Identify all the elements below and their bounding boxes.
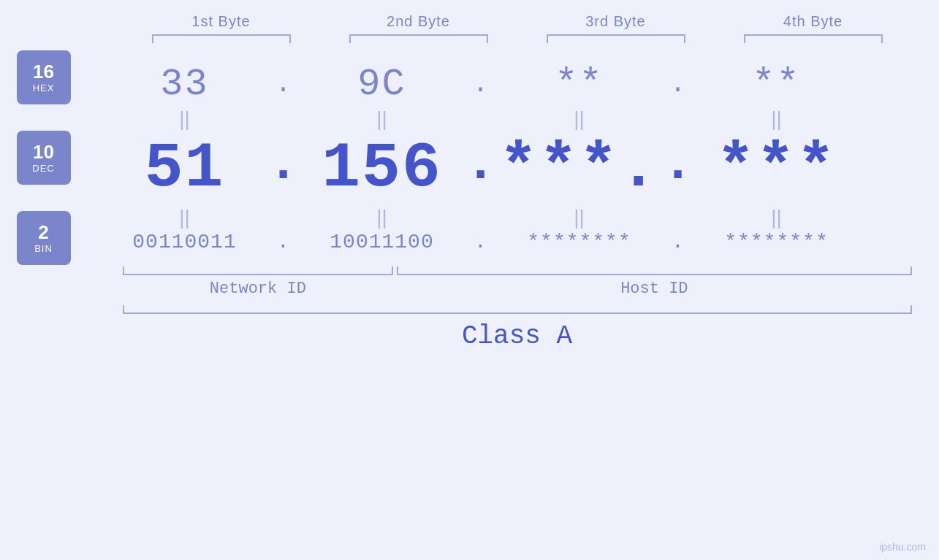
hex-badge-label: HEX	[33, 83, 55, 93]
bin-byte1: 00110011	[104, 231, 265, 253]
main-grid: 16 HEX 10 DEC 2 BIN 33 . 9C	[17, 50, 923, 265]
hex-dot2: .	[463, 69, 499, 99]
main-container: 1st Byte 2nd Byte 3rd Byte 4th Byte 16 H…	[0, 0, 939, 560]
hex-badge-number: 16	[33, 61, 54, 83]
bottom-section: Network ID Host ID	[123, 266, 912, 298]
hex-byte3-value: **	[555, 63, 603, 106]
bin-dot2: .	[463, 231, 499, 253]
hex-dot3: .	[660, 69, 696, 99]
eq1-byte1: ||	[104, 107, 265, 131]
hex-byte3: **	[499, 63, 660, 106]
bin-row: 00110011 . 10011100 . ******** . *******…	[104, 231, 923, 253]
badges-column: 16 HEX 10 DEC 2 BIN	[17, 50, 104, 265]
dec-badge-number: 10	[33, 142, 54, 163]
bin-dot1: .	[265, 231, 302, 253]
bin-byte3-value: ********	[527, 231, 631, 253]
watermark: ipshu.com	[879, 541, 926, 553]
network-bracket	[123, 266, 394, 275]
class-label: Class A	[123, 321, 912, 351]
data-grid: 33 . 9C . ** . ** || ||	[104, 63, 923, 253]
bin-byte4-value: ********	[724, 231, 828, 253]
outer-bracket	[123, 305, 912, 314]
bin-byte3: ********	[499, 231, 660, 253]
hex-row: 33 . 9C . ** . **	[104, 63, 923, 106]
dec-badge: 10 DEC	[17, 131, 71, 185]
bracket-byte4	[744, 34, 883, 43]
bracket-byte2	[349, 34, 488, 43]
eq2-byte4: ||	[696, 206, 857, 229]
dec-byte3: ***.	[499, 132, 660, 204]
bin-byte4: ********	[696, 231, 857, 253]
eq-row-2: || || || ||	[104, 206, 923, 229]
eq1-byte2: ||	[302, 107, 463, 131]
bottom-brackets-row	[123, 266, 912, 275]
byte4-header: 4th Byte	[733, 13, 894, 30]
dec-dot2: .	[463, 134, 499, 202]
dec-byte3-value: ***.	[499, 132, 659, 204]
dec-dot3: .	[660, 134, 696, 202]
top-brackets	[123, 34, 912, 43]
dec-byte1-value: 51	[145, 132, 225, 204]
hex-byte2-value: 9C	[357, 63, 406, 106]
hex-byte1: 33	[104, 63, 265, 106]
bin-byte2: 10011100	[302, 231, 463, 253]
eq-row-1: || || || ||	[104, 107, 923, 131]
bracket-byte1	[152, 34, 291, 43]
byte2-header: 2nd Byte	[338, 13, 499, 30]
bracket-byte3	[547, 34, 685, 43]
host-bracket	[397, 266, 911, 275]
network-id-label: Network ID	[123, 280, 394, 298]
hex-badge: 16 HEX	[17, 50, 71, 104]
dec-byte4-value: ***	[716, 132, 836, 204]
dec-dot1: .	[265, 134, 302, 202]
dec-byte2-value: 156	[322, 132, 441, 204]
eq1-byte3: ||	[499, 107, 660, 131]
hex-dot1: .	[265, 69, 302, 99]
byte1-header: 1st Byte	[141, 13, 302, 30]
dec-badge-label: DEC	[32, 163, 54, 174]
dec-byte4: ***	[696, 132, 857, 204]
bin-byte2-value: 10011100	[330, 231, 433, 253]
bin-badge-label: BIN	[34, 243, 53, 254]
byte-headers: 1st Byte 2nd Byte 3rd Byte 4th Byte	[123, 13, 912, 30]
hex-byte2: 9C	[302, 63, 463, 106]
eq2-byte2: ||	[302, 206, 463, 229]
hex-byte4-value: **	[752, 63, 800, 106]
eq1-byte4: ||	[696, 107, 857, 131]
bin-byte1-value: 00110011	[132, 231, 236, 253]
bin-badge-number: 2	[38, 222, 48, 243]
host-id-label: Host ID	[397, 280, 911, 298]
dec-row: 51 . 156 . ***. . ***	[104, 132, 923, 204]
eq2-byte1: ||	[104, 206, 265, 229]
bracket-labels-row: Network ID Host ID	[123, 280, 912, 298]
eq2-byte3: ||	[499, 206, 660, 229]
bin-badge: 2 BIN	[17, 211, 71, 265]
hex-byte4: **	[696, 63, 857, 106]
dec-byte2: 156	[302, 132, 463, 204]
hex-byte1-value: 33	[160, 63, 208, 106]
byte3-header: 3rd Byte	[536, 13, 696, 30]
dec-byte1: 51	[104, 132, 265, 204]
bin-dot3: .	[660, 231, 696, 253]
